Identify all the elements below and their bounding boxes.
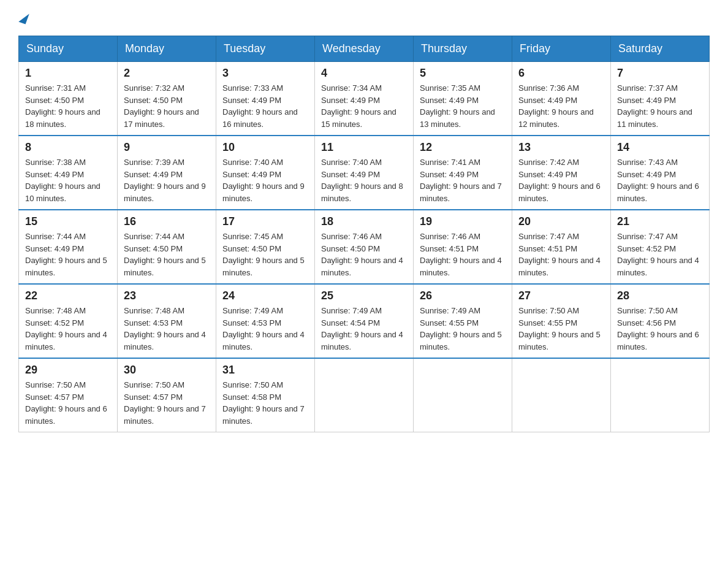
calendar-cell xyxy=(611,358,710,432)
day-info: Sunrise: 7:34 AMSunset: 4:49 PMDaylight:… xyxy=(321,82,407,130)
calendar-cell: 10Sunrise: 7:40 AMSunset: 4:49 PMDayligh… xyxy=(216,136,315,210)
calendar-cell: 18Sunrise: 7:46 AMSunset: 4:50 PMDayligh… xyxy=(315,210,414,284)
weekday-header-tuesday: Tuesday xyxy=(216,36,315,62)
calendar-cell: 27Sunrise: 7:50 AMSunset: 4:55 PMDayligh… xyxy=(512,284,611,358)
calendar-cell: 12Sunrise: 7:41 AMSunset: 4:49 PMDayligh… xyxy=(414,136,512,210)
calendar-cell: 21Sunrise: 7:47 AMSunset: 4:52 PMDayligh… xyxy=(611,210,710,284)
day-number: 20 xyxy=(518,215,604,228)
calendar-cell: 9Sunrise: 7:39 AMSunset: 4:49 PMDaylight… xyxy=(118,136,216,210)
day-info: Sunrise: 7:49 AMSunset: 4:55 PMDaylight:… xyxy=(420,305,506,353)
weekday-header-friday: Friday xyxy=(512,36,611,62)
day-info: Sunrise: 7:41 AMSunset: 4:49 PMDaylight:… xyxy=(420,156,506,204)
day-info: Sunrise: 7:47 AMSunset: 4:52 PMDaylight:… xyxy=(617,231,703,278)
day-info: Sunrise: 7:50 AMSunset: 4:56 PMDaylight:… xyxy=(617,305,703,353)
weekday-header-thursday: Thursday xyxy=(414,36,512,62)
week-row-3: 15Sunrise: 7:44 AMSunset: 4:49 PMDayligh… xyxy=(19,210,710,284)
day-info: Sunrise: 7:49 AMSunset: 4:54 PMDaylight:… xyxy=(321,305,407,353)
day-number: 21 xyxy=(617,215,703,228)
calendar-cell: 19Sunrise: 7:46 AMSunset: 4:51 PMDayligh… xyxy=(414,210,512,284)
calendar-cell: 20Sunrise: 7:47 AMSunset: 4:51 PMDayligh… xyxy=(512,210,611,284)
calendar-cell: 1Sunrise: 7:31 AMSunset: 4:50 PMDaylight… xyxy=(19,62,118,136)
day-number: 3 xyxy=(222,67,308,80)
day-info: Sunrise: 7:49 AMSunset: 4:53 PMDaylight:… xyxy=(222,305,308,353)
day-info: Sunrise: 7:48 AMSunset: 4:52 PMDaylight:… xyxy=(25,305,111,353)
day-info: Sunrise: 7:50 AMSunset: 4:57 PMDaylight:… xyxy=(124,379,210,427)
calendar-table: SundayMondayTuesdayWednesdayThursdayFrid… xyxy=(18,36,710,432)
day-number: 27 xyxy=(518,289,604,302)
day-info: Sunrise: 7:45 AMSunset: 4:50 PMDaylight:… xyxy=(222,231,308,278)
day-info: Sunrise: 7:50 AMSunset: 4:57 PMDaylight:… xyxy=(25,379,111,427)
calendar-cell: 17Sunrise: 7:45 AMSunset: 4:50 PMDayligh… xyxy=(216,210,315,284)
calendar-cell: 5Sunrise: 7:35 AMSunset: 4:49 PMDaylight… xyxy=(414,62,512,136)
calendar-cell: 28Sunrise: 7:50 AMSunset: 4:56 PMDayligh… xyxy=(611,284,710,358)
weekday-header-row: SundayMondayTuesdayWednesdayThursdayFrid… xyxy=(19,36,710,62)
day-number: 8 xyxy=(25,141,111,154)
calendar-cell: 23Sunrise: 7:48 AMSunset: 4:53 PMDayligh… xyxy=(118,284,216,358)
calendar-cell: 25Sunrise: 7:49 AMSunset: 4:54 PMDayligh… xyxy=(315,284,414,358)
day-info: Sunrise: 7:39 AMSunset: 4:49 PMDaylight:… xyxy=(124,156,210,204)
day-number: 31 xyxy=(222,364,308,377)
day-info: Sunrise: 7:38 AMSunset: 4:49 PMDaylight:… xyxy=(25,156,111,204)
day-info: Sunrise: 7:31 AMSunset: 4:50 PMDaylight:… xyxy=(25,82,111,130)
calendar-cell: 13Sunrise: 7:42 AMSunset: 4:49 PMDayligh… xyxy=(512,136,611,210)
day-number: 1 xyxy=(25,67,111,80)
day-number: 29 xyxy=(25,364,111,377)
day-info: Sunrise: 7:44 AMSunset: 4:49 PMDaylight:… xyxy=(25,231,111,278)
day-info: Sunrise: 7:33 AMSunset: 4:49 PMDaylight:… xyxy=(222,82,308,130)
calendar-cell: 3Sunrise: 7:33 AMSunset: 4:49 PMDaylight… xyxy=(216,62,315,136)
day-number: 19 xyxy=(420,215,506,228)
day-number: 9 xyxy=(124,141,210,154)
day-info: Sunrise: 7:50 AMSunset: 4:58 PMDaylight:… xyxy=(222,379,308,427)
day-number: 30 xyxy=(124,364,210,377)
day-number: 17 xyxy=(222,215,308,228)
calendar-cell xyxy=(512,358,611,432)
day-number: 7 xyxy=(617,67,703,80)
calendar-cell: 30Sunrise: 7:50 AMSunset: 4:57 PMDayligh… xyxy=(118,358,216,432)
day-info: Sunrise: 7:44 AMSunset: 4:50 PMDaylight:… xyxy=(124,231,210,278)
week-row-1: 1Sunrise: 7:31 AMSunset: 4:50 PMDaylight… xyxy=(19,62,710,136)
calendar-cell: 7Sunrise: 7:37 AMSunset: 4:49 PMDaylight… xyxy=(611,62,710,136)
weekday-header-sunday: Sunday xyxy=(19,36,118,62)
day-number: 10 xyxy=(222,141,308,154)
day-info: Sunrise: 7:42 AMSunset: 4:49 PMDaylight:… xyxy=(518,156,604,204)
day-number: 28 xyxy=(617,289,703,302)
day-info: Sunrise: 7:40 AMSunset: 4:49 PMDaylight:… xyxy=(222,156,308,204)
day-number: 13 xyxy=(518,141,604,154)
day-info: Sunrise: 7:50 AMSunset: 4:55 PMDaylight:… xyxy=(518,305,604,353)
calendar-cell: 29Sunrise: 7:50 AMSunset: 4:57 PMDayligh… xyxy=(19,358,118,432)
day-number: 12 xyxy=(420,141,506,154)
day-number: 4 xyxy=(321,67,407,80)
day-number: 15 xyxy=(25,215,111,228)
day-info: Sunrise: 7:37 AMSunset: 4:49 PMDaylight:… xyxy=(617,82,703,130)
calendar-cell: 24Sunrise: 7:49 AMSunset: 4:53 PMDayligh… xyxy=(216,284,315,358)
calendar-cell: 26Sunrise: 7:49 AMSunset: 4:55 PMDayligh… xyxy=(414,284,512,358)
calendar-cell: 14Sunrise: 7:43 AMSunset: 4:49 PMDayligh… xyxy=(611,136,710,210)
day-info: Sunrise: 7:43 AMSunset: 4:49 PMDaylight:… xyxy=(617,156,703,204)
logo xyxy=(18,12,28,23)
calendar-cell: 2Sunrise: 7:32 AMSunset: 4:50 PMDaylight… xyxy=(118,62,216,136)
day-number: 14 xyxy=(617,141,703,154)
weekday-header-wednesday: Wednesday xyxy=(315,36,414,62)
calendar-cell: 31Sunrise: 7:50 AMSunset: 4:58 PMDayligh… xyxy=(216,358,315,432)
calendar-cell: 6Sunrise: 7:36 AMSunset: 4:49 PMDaylight… xyxy=(512,62,611,136)
day-info: Sunrise: 7:46 AMSunset: 4:50 PMDaylight:… xyxy=(321,231,407,278)
calendar-cell xyxy=(414,358,512,432)
calendar-cell: 8Sunrise: 7:38 AMSunset: 4:49 PMDaylight… xyxy=(19,136,118,210)
calendar-cell: 15Sunrise: 7:44 AMSunset: 4:49 PMDayligh… xyxy=(19,210,118,284)
week-row-5: 29Sunrise: 7:50 AMSunset: 4:57 PMDayligh… xyxy=(19,358,710,432)
day-info: Sunrise: 7:35 AMSunset: 4:49 PMDaylight:… xyxy=(420,82,506,130)
day-number: 26 xyxy=(420,289,506,302)
logo-triangle-icon xyxy=(18,11,29,24)
day-number: 2 xyxy=(124,67,210,80)
calendar-cell: 16Sunrise: 7:44 AMSunset: 4:50 PMDayligh… xyxy=(118,210,216,284)
day-number: 22 xyxy=(25,289,111,302)
calendar-cell xyxy=(315,358,414,432)
day-number: 16 xyxy=(124,215,210,228)
calendar-cell: 4Sunrise: 7:34 AMSunset: 4:49 PMDaylight… xyxy=(315,62,414,136)
week-row-2: 8Sunrise: 7:38 AMSunset: 4:49 PMDaylight… xyxy=(19,136,710,210)
calendar-cell: 11Sunrise: 7:40 AMSunset: 4:49 PMDayligh… xyxy=(315,136,414,210)
day-info: Sunrise: 7:32 AMSunset: 4:50 PMDaylight:… xyxy=(124,82,210,130)
day-info: Sunrise: 7:40 AMSunset: 4:49 PMDaylight:… xyxy=(321,156,407,204)
day-number: 6 xyxy=(518,67,604,80)
header xyxy=(18,12,710,23)
